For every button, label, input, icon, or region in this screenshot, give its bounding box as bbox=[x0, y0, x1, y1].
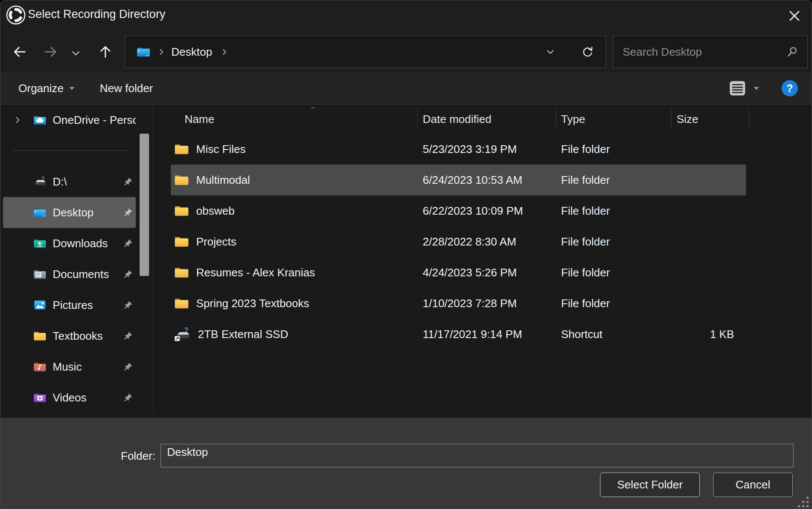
type-cell: File folder bbox=[556, 297, 672, 310]
file-row-misc-files[interactable]: Misc Files 5/23/2023 3:19 PM File folder bbox=[171, 134, 746, 165]
file-row-resumes[interactable]: Resumes - Alex Kranias 4/24/2023 5:26 PM… bbox=[171, 257, 746, 288]
type-cell: File folder bbox=[556, 143, 672, 156]
window-title: Select Recording Directory bbox=[28, 8, 165, 21]
sidebar-item-label: Downloads bbox=[53, 237, 108, 250]
toolbar: Organize New folder ? bbox=[0, 72, 812, 104]
folder-icon bbox=[174, 204, 189, 217]
column-header-type[interactable]: Type bbox=[556, 105, 672, 134]
date-cell: 5/23/2023 3:19 PM bbox=[418, 143, 556, 156]
new-folder-label: New folder bbox=[100, 82, 153, 95]
folder-name-input[interactable] bbox=[161, 444, 794, 467]
folder-icon bbox=[33, 330, 47, 342]
sidebar-item-desktop[interactable]: Desktop bbox=[3, 197, 136, 228]
sidebar-item-label: OneDrive - Persc bbox=[53, 114, 136, 127]
onedrive-icon bbox=[33, 114, 47, 126]
folder-icon bbox=[174, 174, 189, 186]
sidebar-item-music[interactable]: Music bbox=[3, 351, 136, 382]
pin-icon[interactable] bbox=[123, 238, 133, 249]
expand-chevron-icon[interactable] bbox=[13, 116, 22, 124]
organize-caret-icon bbox=[69, 87, 75, 90]
search-box bbox=[613, 36, 808, 68]
name-cell: Resumes - Alex Kranias bbox=[171, 266, 418, 279]
sidebar-separator bbox=[0, 135, 153, 166]
cancel-button[interactable]: Cancel bbox=[713, 473, 793, 497]
close-icon[interactable] bbox=[786, 7, 803, 24]
select-folder-button[interactable]: Select Folder bbox=[600, 473, 700, 497]
name-cell: Spring 2023 Textbooks bbox=[171, 297, 418, 310]
breadcrumb-desktop[interactable]: Desktop bbox=[171, 45, 212, 59]
pin-icon[interactable] bbox=[123, 331, 133, 341]
column-header-size[interactable]: Size bbox=[672, 105, 749, 134]
file-row-multimodal[interactable]: Multimodal 6/24/2023 10:53 AM File folde… bbox=[171, 165, 746, 195]
organize-label: Organize bbox=[18, 82, 64, 95]
date-cell: 4/24/2023 5:26 PM bbox=[418, 266, 556, 279]
file-row-spring-textbooks[interactable]: Spring 2023 Textbooks 1/10/2023 7:28 PM … bbox=[171, 288, 746, 319]
view-caret-icon[interactable] bbox=[753, 87, 759, 90]
pin-icon[interactable] bbox=[123, 392, 133, 403]
column-header-name[interactable]: Name bbox=[171, 105, 418, 134]
type-cell: File folder bbox=[556, 266, 672, 279]
type-cell: File folder bbox=[556, 204, 672, 218]
address-folder-icon bbox=[136, 46, 151, 58]
resize-grip-icon[interactable] bbox=[798, 497, 809, 508]
size-cell: 1 KB bbox=[672, 328, 746, 341]
search-input[interactable] bbox=[613, 45, 782, 59]
sidebar-item-label: Documents bbox=[53, 268, 109, 281]
date-cell: 6/24/2023 10:53 AM bbox=[418, 174, 556, 187]
sidebar-item-textbooks[interactable]: Textbooks bbox=[3, 320, 136, 351]
file-list-area: Name Date modified Type Size Misc Files bbox=[153, 105, 812, 418]
downloads-folder-icon bbox=[33, 237, 47, 249]
pin-icon[interactable] bbox=[123, 362, 133, 372]
sidebar-item-pictures[interactable]: Pictures bbox=[3, 290, 136, 320]
sidebar-item-label: Music bbox=[53, 360, 82, 374]
pictures-icon bbox=[33, 299, 47, 311]
column-header-date-modified[interactable]: Date modified bbox=[418, 105, 556, 134]
search-icon[interactable] bbox=[786, 45, 799, 58]
select-recording-directory-dialog: Select Recording Directory Desktop Organ… bbox=[0, 0, 812, 509]
folder-icon bbox=[174, 235, 189, 248]
address-dropdown-icon[interactable] bbox=[545, 47, 555, 57]
videos-folder-icon bbox=[33, 392, 47, 404]
breadcrumb-chevron-icon[interactable] bbox=[221, 48, 228, 56]
sidebar-item-onedrive[interactable]: OneDrive - Persc bbox=[3, 105, 136, 135]
recent-locations-icon[interactable] bbox=[70, 48, 81, 59]
folder-icon bbox=[174, 297, 189, 310]
organize-button[interactable]: Organize bbox=[18, 72, 75, 104]
name-cell: Multimodal bbox=[171, 174, 418, 187]
pin-icon[interactable] bbox=[123, 177, 133, 187]
music-folder-icon bbox=[33, 361, 47, 373]
file-row-obsweb[interactable]: obsweb 6/22/2023 10:09 PM File folder bbox=[171, 195, 746, 226]
forward-icon[interactable] bbox=[43, 44, 58, 60]
sidebar-item-videos[interactable]: Videos bbox=[3, 382, 136, 413]
sidebar: OneDrive - Persc D:\ Desktop Downloads D… bbox=[0, 105, 153, 418]
sidebar-item-downloads[interactable]: Downloads bbox=[3, 228, 136, 259]
desktop-folder-icon bbox=[33, 207, 47, 219]
folder-icon bbox=[174, 143, 189, 156]
breadcrumb-chevron-icon[interactable] bbox=[158, 48, 165, 56]
help-icon: ? bbox=[786, 82, 793, 95]
sidebar-item-label: Textbooks bbox=[53, 329, 103, 343]
type-cell: File folder bbox=[556, 235, 672, 249]
date-cell: 6/22/2023 10:09 PM bbox=[418, 204, 556, 218]
name-cell: Misc Files bbox=[171, 143, 418, 156]
pin-icon[interactable] bbox=[123, 300, 133, 310]
sidebar-item-label: Videos bbox=[53, 391, 87, 404]
up-icon[interactable] bbox=[98, 44, 113, 60]
app-logo-icon bbox=[6, 5, 26, 25]
new-folder-button[interactable]: New folder bbox=[100, 72, 153, 104]
pin-icon[interactable] bbox=[123, 269, 133, 279]
file-row-2tb-external-ssd[interactable]: 2TB External SSD 11/17/2021 9:14 PM Shor… bbox=[171, 319, 746, 350]
address-bar[interactable]: Desktop bbox=[125, 36, 606, 68]
file-row-projects[interactable]: Projects 2/28/2022 8:30 AM File folder bbox=[171, 226, 746, 257]
help-button[interactable]: ? bbox=[782, 80, 798, 96]
file-rows: Misc Files 5/23/2023 3:19 PM File folder… bbox=[171, 134, 746, 350]
sidebar-item-label: Desktop bbox=[53, 206, 93, 219]
refresh-icon[interactable] bbox=[581, 45, 594, 58]
sidebar-item-documents[interactable]: Documents bbox=[3, 259, 136, 290]
pin-icon[interactable] bbox=[123, 207, 133, 218]
view-mode-icon[interactable] bbox=[728, 79, 746, 97]
sidebar-item-d-drive[interactable]: D:\ bbox=[3, 166, 136, 197]
back-icon[interactable] bbox=[12, 44, 27, 60]
sidebar-scrollbar[interactable] bbox=[140, 134, 149, 276]
name-cell: obsweb bbox=[171, 204, 418, 218]
